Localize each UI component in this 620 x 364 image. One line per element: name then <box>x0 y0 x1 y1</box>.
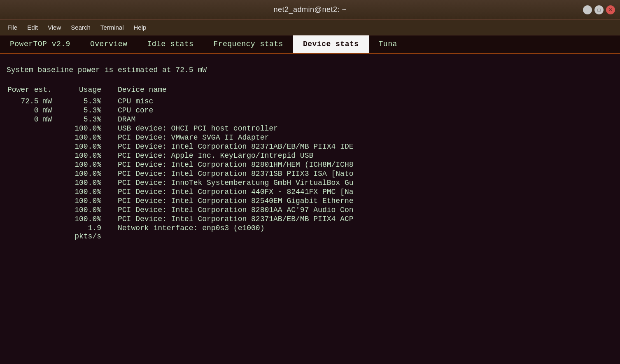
column-headers: Power est. Usage Device name <box>7 86 613 94</box>
tab-idle-stats[interactable]: Idle stats <box>137 35 203 53</box>
window-controls: ─ □ ✕ <box>583 5 615 14</box>
menu-search[interactable]: Search <box>67 22 95 33</box>
header-power: Power est. <box>7 86 60 94</box>
table-row: 100.0% PCI Device: Intel Corporation 823… <box>7 142 613 151</box>
tab-tuna[interactable]: Tuna <box>369 35 407 53</box>
header-usage: Usage <box>60 86 114 94</box>
table-row: 1.9 pkts/s Network interface: enp0s3 (e1… <box>7 224 613 240</box>
table-row: 100.0% USB device: OHCI PCI host control… <box>7 124 613 133</box>
header-device: Device name <box>114 86 613 94</box>
title-bar: net2_admin@net2: ~ ─ □ ✕ <box>0 0 620 20</box>
tab-device-stats[interactable]: Device stats <box>293 35 369 53</box>
minimize-button[interactable]: ─ <box>583 5 592 14</box>
tab-powertop[interactable]: PowerTOP v2.9 <box>0 35 80 53</box>
menu-edit[interactable]: Edit <box>23 22 42 33</box>
menu-view[interactable]: View <box>44 22 65 33</box>
table-row: 100.0% PCI Device: Intel Corporation 440… <box>7 188 613 196</box>
window-title: net2_admin@net2: ~ <box>274 5 347 14</box>
main-content: System baseline power is estimated at 72… <box>0 54 620 364</box>
table-row: 100.0% PCI Device: Intel Corporation 828… <box>7 161 613 169</box>
menu-bar: File Edit View Search Terminal Help <box>0 20 620 35</box>
baseline-power-text: System baseline power is estimated at 72… <box>7 66 613 74</box>
close-button[interactable]: ✕ <box>606 5 615 14</box>
menu-terminal[interactable]: Terminal <box>96 22 128 33</box>
table-row: 100.0% PCI Device: Intel Corporation 828… <box>7 206 613 214</box>
table-row: 100.0% PCI Device: Apple Inc. KeyLargo/I… <box>7 152 613 160</box>
tab-overview[interactable]: Overview <box>80 35 137 53</box>
table-row: 0 mW 5.3% CPU core <box>7 106 613 114</box>
table-row: 72.5 mW 5.3% CPU misc <box>7 97 613 105</box>
table-row: 100.0% PCI Device: VMware SVGA II Adapte… <box>7 133 613 142</box>
tab-bar: PowerTOP v2.9 Overview Idle stats Freque… <box>0 35 620 54</box>
table-row: 100.0% PCI Device: Intel Corporation 823… <box>7 170 613 178</box>
table-row: 100.0% PCI Device: InnoTek Systemberatun… <box>7 179 613 187</box>
menu-help[interactable]: Help <box>130 22 151 33</box>
table-row: 0 mW 5.3% DRAM <box>7 115 613 124</box>
table-row: 100.0% PCI Device: Intel Corporation 825… <box>7 197 613 205</box>
tab-frequency-stats[interactable]: Frequency stats <box>203 35 293 53</box>
menu-file[interactable]: File <box>3 22 21 33</box>
table-row: 100.0% PCI Device: Intel Corporation 823… <box>7 215 613 223</box>
maximize-button[interactable]: □ <box>594 5 604 14</box>
